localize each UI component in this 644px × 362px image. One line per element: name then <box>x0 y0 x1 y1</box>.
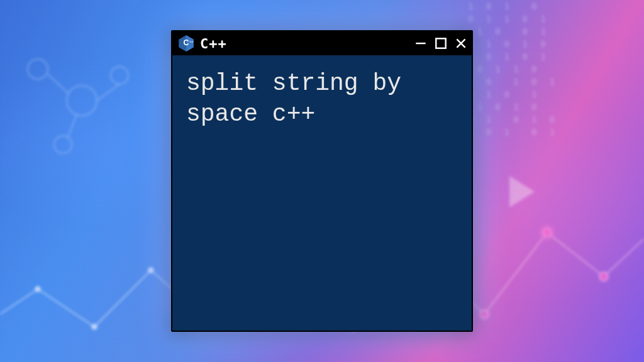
svg-point-18 <box>538 224 556 241</box>
svg-point-2 <box>111 67 128 84</box>
svg-point-0 <box>28 59 48 79</box>
terminal-window: C + + C++ split string by space c++ <box>171 30 473 332</box>
svg-text:C: C <box>184 38 189 47</box>
svg-point-7 <box>35 287 40 292</box>
svg-text:+: + <box>191 40 193 43</box>
window-titlebar: C + + C++ <box>172 31 472 55</box>
maximize-button[interactable] <box>434 36 448 50</box>
code-text: split string by space c++ <box>186 68 458 130</box>
close-button[interactable] <box>454 36 468 50</box>
window-title: C++ <box>200 36 227 52</box>
svg-rect-27 <box>436 38 445 48</box>
svg-line-4 <box>48 74 68 93</box>
window-controls <box>414 36 468 50</box>
svg-line-5 <box>97 84 119 101</box>
svg-point-9 <box>148 268 153 273</box>
svg-marker-20 <box>509 176 535 207</box>
svg-point-3 <box>54 136 72 153</box>
svg-point-1 <box>67 85 97 116</box>
cpp-logo-icon: C + + <box>177 35 195 52</box>
svg-point-15 <box>480 310 489 319</box>
svg-point-8 <box>92 324 97 329</box>
svg-line-6 <box>68 114 77 137</box>
svg-point-17 <box>599 272 608 281</box>
minimize-button[interactable] <box>414 36 428 50</box>
window-body: split string by space c++ <box>172 55 472 331</box>
